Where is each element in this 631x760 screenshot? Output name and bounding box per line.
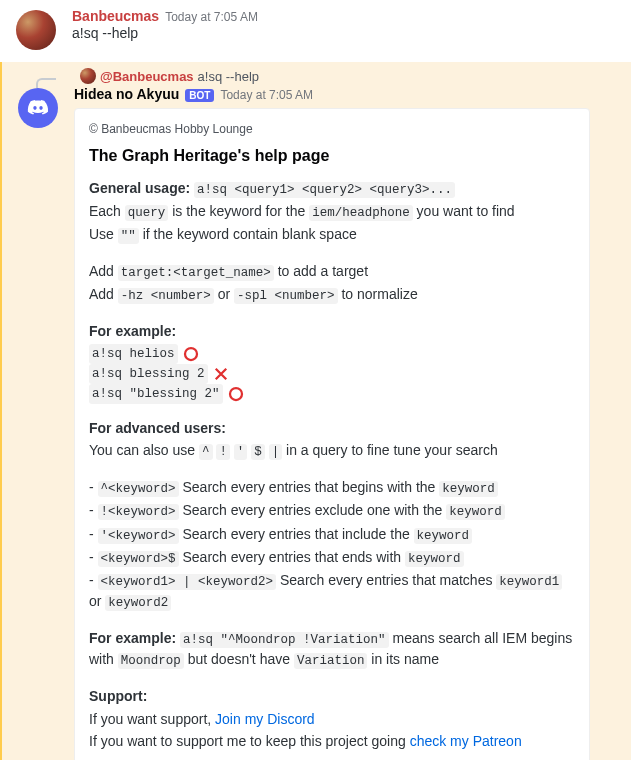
cross-icon	[212, 365, 230, 383]
reply-reference[interactable]: @Banbeucmas a!sq --help	[2, 62, 631, 84]
reply-spine	[36, 78, 56, 88]
check-circle-icon	[182, 345, 200, 363]
reply-avatar	[80, 68, 96, 84]
svg-point-1	[230, 388, 242, 400]
user-avatar[interactable]	[16, 10, 56, 50]
bot-timestamp: Today at 7:05 AM	[220, 88, 313, 102]
replied-message-block: @Banbeucmas a!sq --help Hidea no Akyuu B…	[0, 62, 631, 760]
bot-avatar[interactable]	[18, 88, 58, 128]
patreon-link[interactable]: check my Patreon	[410, 733, 522, 749]
reply-mention[interactable]: @Banbeucmas	[100, 69, 194, 84]
discord-link[interactable]: Join my Discord	[215, 711, 315, 727]
embed-title: The Graph Heritage's help page	[89, 144, 573, 167]
embed-card: © Banbeucmas Hobby Lounge The Graph Heri…	[74, 108, 590, 760]
username[interactable]: Banbeucmas	[72, 8, 159, 24]
embed-author: © Banbeucmas Hobby Lounge	[89, 121, 573, 138]
bot-badge: BOT	[185, 89, 214, 102]
message: Banbeucmas Today at 7:05 AM a!sq --help	[0, 0, 631, 54]
reply-preview-text: a!sq --help	[198, 69, 259, 84]
discord-icon	[27, 97, 49, 119]
embed-description: General usage: a!sq <query1> <query2> <q…	[89, 178, 573, 752]
message-content: a!sq --help	[72, 24, 615, 43]
message-timestamp: Today at 7:05 AM	[165, 10, 258, 24]
check-circle-icon	[227, 385, 245, 403]
bot-username[interactable]: Hidea no Akyuu	[74, 86, 179, 102]
svg-point-0	[185, 348, 197, 360]
